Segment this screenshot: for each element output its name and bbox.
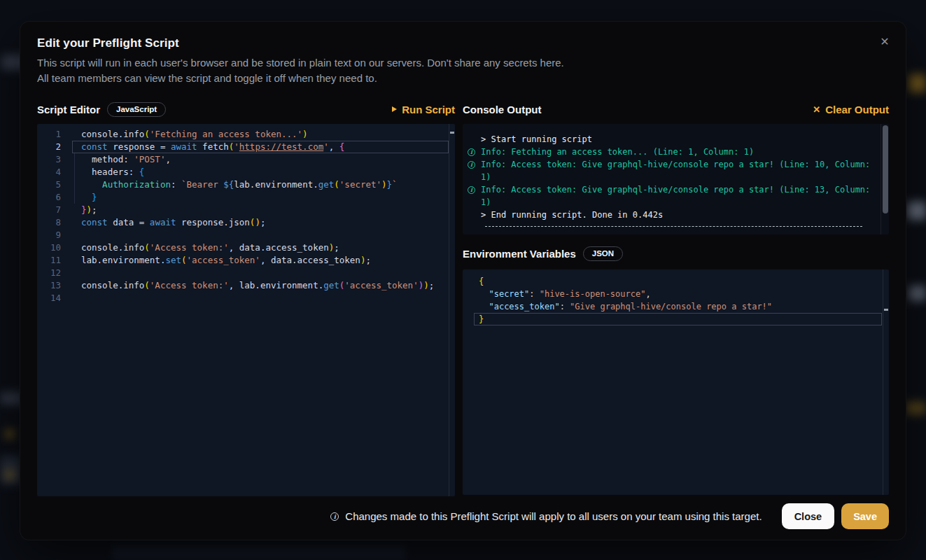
- code-line[interactable]: 8const data = await response.json();: [37, 216, 455, 229]
- run-script-button[interactable]: Run Script: [392, 104, 455, 115]
- script-editor-code[interactable]: 1console.info('Fetching an access token.…: [37, 124, 455, 496]
- code-line[interactable]: }: [463, 313, 889, 326]
- console-entry-text: > End running script. Done in 0.442s: [481, 209, 663, 221]
- code-line-content: const data = await response.json();: [71, 216, 265, 229]
- code-line[interactable]: 2const response = await fetch('https://t…: [37, 141, 455, 153]
- console-output-panel[interactable]: > Start running scriptiInfo: Fetching an…: [463, 124, 889, 234]
- code-line[interactable]: "access_token": "Give graphql-hive/conso…: [463, 300, 889, 313]
- code-line[interactable]: 3 method: 'POST',: [37, 153, 455, 166]
- code-line-content: [71, 267, 81, 279]
- json-badge: JSON: [583, 246, 623, 261]
- console-output-heading: Console Output: [463, 104, 542, 115]
- line-number: 7: [37, 204, 71, 216]
- code-line[interactable]: 6 }: [37, 191, 455, 204]
- line-number: 12: [37, 267, 71, 279]
- console-entry-text: 1): [481, 171, 491, 183]
- code-line-content: [71, 229, 81, 241]
- code-line-content: "secret": "hive-is-open-source",: [463, 288, 651, 300]
- line-number: 9: [37, 229, 71, 241]
- console-entry-text: > Start running script: [481, 133, 592, 146]
- clear-output-button[interactable]: ✕ Clear Output: [813, 104, 889, 115]
- script-editor-heading: Script Editor: [37, 104, 100, 115]
- code-line[interactable]: 13console.info('Access token:', lab.envi…: [37, 279, 455, 292]
- code-line[interactable]: 14: [37, 292, 455, 304]
- console-entry: 1): [467, 171, 875, 183]
- console-entry: iInfo: Access token: Give graphql-hive/c…: [467, 183, 875, 196]
- environment-variables-heading: Environment Variables: [463, 248, 576, 260]
- console-entry-text: 1): [481, 196, 491, 209]
- code-line[interactable]: 4 headers: {: [37, 166, 455, 178]
- code-line[interactable]: "secret": "hive-is-open-source",: [463, 288, 889, 300]
- code-line-content: headers: {: [71, 166, 144, 178]
- console-entry: iInfo: Fetching an access token... (Line…: [467, 146, 875, 158]
- code-line[interactable]: 10console.info('Access token:', data.acc…: [37, 241, 455, 254]
- line-number: 13: [37, 279, 71, 292]
- play-icon: [392, 106, 397, 112]
- editor-overview-ruler[interactable]: [449, 124, 455, 496]
- console-entry-gutter: [467, 196, 481, 209]
- modal-title: Edit your Preflight Script: [37, 37, 889, 50]
- overview-ruler-marker: [450, 132, 454, 134]
- console-entry-gutter: [467, 171, 481, 183]
- code-line-content: [71, 292, 81, 304]
- modal-description-line1: This script will run in each user's brow…: [37, 55, 889, 71]
- line-number: 6: [37, 191, 71, 204]
- env-overview-ruler[interactable]: [883, 270, 889, 495]
- line-number: 3: [37, 153, 71, 166]
- run-script-label: Run Script: [402, 104, 455, 115]
- console-entry-text: Info: Access token: Give graphql-hive/co…: [481, 183, 870, 196]
- line-number: 14: [37, 292, 71, 304]
- code-line[interactable]: 5 Authorization: `Bearer ${lab.environme…: [37, 178, 455, 191]
- code-line-content: "access_token": "Give graphql-hive/conso…: [463, 300, 772, 313]
- console-entry: 1): [467, 196, 875, 209]
- console-entry-text: Info: Access token: Give graphql-hive/co…: [481, 158, 870, 171]
- overview-ruler-marker: [884, 309, 888, 311]
- info-circle-icon: i: [468, 148, 475, 156]
- backdrop-blur-content: [6, 470, 14, 479]
- close-button[interactable]: Close: [782, 503, 835, 529]
- code-line-content: method: 'POST',: [71, 153, 171, 166]
- backdrop-blur-content: [909, 74, 926, 92]
- code-line-content: Authorization: `Bearer ${lab.environment…: [71, 178, 398, 191]
- line-number: 1: [37, 128, 71, 141]
- footer-note-text: Changes made to this Preflight Script wi…: [345, 510, 762, 522]
- modal-description: This script will run in each user's brow…: [37, 55, 889, 86]
- line-number: 10: [37, 241, 71, 254]
- console-entry-text: Info: Fetching an access token... (Line:…: [481, 146, 754, 158]
- code-line[interactable]: 1console.info('Fetching an access token.…: [37, 128, 455, 141]
- preflight-script-modal: ✕ Edit your Preflight Script This script…: [20, 21, 906, 540]
- console-scrollbar-thumb[interactable]: [883, 125, 888, 214]
- code-line-content: const response = await fetch('https://te…: [71, 141, 344, 153]
- backdrop-blur-content: [112, 546, 406, 560]
- environment-variables-code[interactable]: { "secret": "hive-is-open-source", "acce…: [463, 270, 889, 495]
- save-button[interactable]: Save: [841, 503, 889, 529]
- info-icon: i: [467, 183, 481, 196]
- code-line-content: {: [463, 275, 484, 288]
- code-line-content: lab.environment.set('access_token', data…: [71, 254, 371, 267]
- info-circle-icon: i: [468, 186, 475, 194]
- backdrop-blur-content: [909, 286, 926, 301]
- console-entry-gutter: [467, 133, 481, 146]
- code-line[interactable]: 9: [37, 229, 455, 241]
- console-entry: > Start running script: [467, 133, 875, 146]
- script-editor-panel[interactable]: 1console.info('Fetching an access token.…: [37, 124, 455, 496]
- modal-description-line2: All team members can view the script and…: [37, 71, 889, 86]
- clear-icon: ✕: [813, 105, 820, 114]
- close-modal-button[interactable]: ✕: [875, 31, 895, 51]
- console-entry-gutter: [467, 209, 481, 221]
- line-number: 5: [37, 178, 71, 191]
- code-line-content: console.info('Fetching an access token..…: [71, 128, 308, 141]
- code-line[interactable]: 7});: [37, 204, 455, 216]
- info-icon: i: [330, 512, 339, 521]
- code-line-content: console.info('Access token:', lab.enviro…: [71, 279, 434, 292]
- code-line-content: }: [463, 313, 484, 326]
- current-line-highlight: [474, 313, 882, 326]
- close-icon: ✕: [880, 35, 889, 48]
- info-icon: i: [467, 146, 481, 158]
- code-line[interactable]: 12: [37, 267, 455, 279]
- console-entry: > End running script. Done in 0.442s: [467, 209, 875, 221]
- code-line[interactable]: 11lab.environment.set('access_token', da…: [37, 254, 455, 267]
- environment-variables-panel[interactable]: { "secret": "hive-is-open-source", "acce…: [463, 270, 889, 495]
- console-scrollbar-track[interactable]: [881, 124, 889, 234]
- code-line[interactable]: {: [463, 275, 889, 288]
